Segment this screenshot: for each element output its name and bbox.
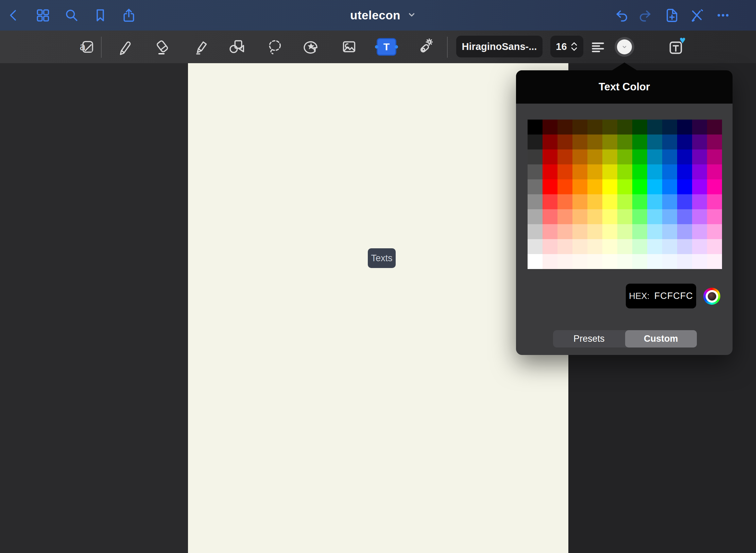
- color-swatch[interactable]: [572, 209, 587, 224]
- color-swatch[interactable]: [692, 120, 707, 135]
- color-swatch[interactable]: [692, 224, 707, 239]
- color-swatch[interactable]: [692, 164, 707, 179]
- color-swatch[interactable]: [692, 209, 707, 224]
- color-swatch[interactable]: [632, 254, 647, 269]
- color-swatch[interactable]: [692, 194, 707, 209]
- color-swatch[interactable]: [617, 224, 632, 239]
- color-swatch[interactable]: [572, 135, 587, 149]
- color-swatch[interactable]: [617, 135, 632, 149]
- color-swatch[interactable]: [707, 194, 722, 209]
- add-page-icon[interactable]: [662, 6, 681, 25]
- color-swatch[interactable]: [587, 239, 602, 254]
- color-swatch[interactable]: [557, 224, 572, 239]
- color-swatch[interactable]: [528, 164, 543, 179]
- color-swatch[interactable]: [677, 224, 692, 239]
- color-swatch[interactable]: [528, 135, 543, 149]
- color-swatch[interactable]: [692, 239, 707, 254]
- color-swatch[interactable]: [602, 224, 617, 239]
- color-swatch[interactable]: [602, 209, 617, 224]
- color-swatch[interactable]: [677, 120, 692, 135]
- color-swatch[interactable]: [543, 239, 557, 254]
- color-swatch[interactable]: [557, 149, 572, 164]
- color-swatch[interactable]: [662, 120, 677, 135]
- color-swatch[interactable]: [647, 254, 662, 269]
- color-swatch[interactable]: [528, 179, 543, 194]
- color-swatch[interactable]: [632, 164, 647, 179]
- favorite-text-style-button[interactable]: ♥: [665, 36, 686, 57]
- color-swatch[interactable]: [692, 179, 707, 194]
- laser-pointer-icon[interactable]: [414, 36, 435, 57]
- eraser-tool-icon[interactable]: [152, 36, 173, 57]
- color-swatch[interactable]: [677, 209, 692, 224]
- color-swatch[interactable]: [557, 164, 572, 179]
- pen-tool-icon[interactable]: [114, 36, 135, 57]
- color-swatch[interactable]: [662, 179, 677, 194]
- color-swatch[interactable]: [632, 224, 647, 239]
- color-swatch[interactable]: [632, 135, 647, 149]
- color-swatch[interactable]: [528, 120, 543, 135]
- tab-custom[interactable]: Custom: [625, 330, 697, 347]
- color-swatch[interactable]: [707, 120, 722, 135]
- color-swatch[interactable]: [677, 179, 692, 194]
- color-swatch[interactable]: [543, 254, 557, 269]
- color-swatch[interactable]: [587, 224, 602, 239]
- color-swatch[interactable]: [617, 179, 632, 194]
- color-swatch[interactable]: [528, 149, 543, 164]
- color-swatch[interactable]: [602, 164, 617, 179]
- color-swatch[interactable]: [572, 239, 587, 254]
- color-swatch[interactable]: [587, 135, 602, 149]
- color-swatch[interactable]: [543, 224, 557, 239]
- color-swatch[interactable]: [587, 194, 602, 209]
- pages-grid-icon[interactable]: [33, 6, 52, 25]
- color-swatch[interactable]: [557, 209, 572, 224]
- color-swatch[interactable]: [617, 209, 632, 224]
- color-swatch[interactable]: [647, 164, 662, 179]
- highlighter-tool-icon[interactable]: [190, 36, 211, 57]
- color-swatch[interactable]: [692, 135, 707, 149]
- color-swatch[interactable]: [617, 194, 632, 209]
- color-swatch[interactable]: [677, 135, 692, 149]
- color-swatch[interactable]: [528, 209, 543, 224]
- color-swatch[interactable]: [617, 239, 632, 254]
- color-swatch[interactable]: [617, 164, 632, 179]
- color-swatch[interactable]: [587, 254, 602, 269]
- color-swatch[interactable]: [528, 224, 543, 239]
- search-icon[interactable]: [62, 6, 81, 25]
- color-swatch[interactable]: [543, 209, 557, 224]
- color-swatch[interactable]: [662, 254, 677, 269]
- font-family-button[interactable]: HiraginoSans-...: [456, 36, 543, 57]
- color-swatch[interactable]: [587, 164, 602, 179]
- color-swatch[interactable]: [543, 149, 557, 164]
- color-swatch[interactable]: [587, 179, 602, 194]
- color-swatch[interactable]: [602, 194, 617, 209]
- share-icon[interactable]: [119, 6, 138, 25]
- color-swatch[interactable]: [662, 239, 677, 254]
- color-swatch[interactable]: [647, 224, 662, 239]
- redo-icon[interactable]: [636, 6, 655, 25]
- text-color-button[interactable]: [615, 37, 634, 57]
- undo-icon[interactable]: [612, 6, 631, 25]
- color-swatch[interactable]: [572, 179, 587, 194]
- color-swatch[interactable]: [617, 120, 632, 135]
- tab-presets[interactable]: Presets: [553, 330, 625, 347]
- color-swatch[interactable]: [602, 120, 617, 135]
- pen-off-icon[interactable]: [687, 6, 706, 25]
- text-tool-icon[interactable]: T: [376, 36, 397, 57]
- text-object[interactable]: Texts: [368, 248, 396, 268]
- color-swatch[interactable]: [632, 120, 647, 135]
- document-title-button[interactable]: utelecon: [340, 0, 416, 31]
- image-tool-icon[interactable]: [339, 36, 360, 57]
- color-swatch[interactable]: [602, 135, 617, 149]
- color-swatch[interactable]: [707, 164, 722, 179]
- color-swatch[interactable]: [617, 149, 632, 164]
- color-swatch[interactable]: [572, 164, 587, 179]
- color-wheel-icon[interactable]: [703, 288, 720, 305]
- color-swatch[interactable]: [602, 149, 617, 164]
- color-swatch[interactable]: [587, 149, 602, 164]
- color-swatch[interactable]: [572, 149, 587, 164]
- color-swatch[interactable]: [557, 254, 572, 269]
- color-swatch[interactable]: [543, 179, 557, 194]
- color-swatch[interactable]: [543, 164, 557, 179]
- note-paper[interactable]: [188, 63, 568, 553]
- stickers-tool-icon[interactable]: [300, 36, 322, 57]
